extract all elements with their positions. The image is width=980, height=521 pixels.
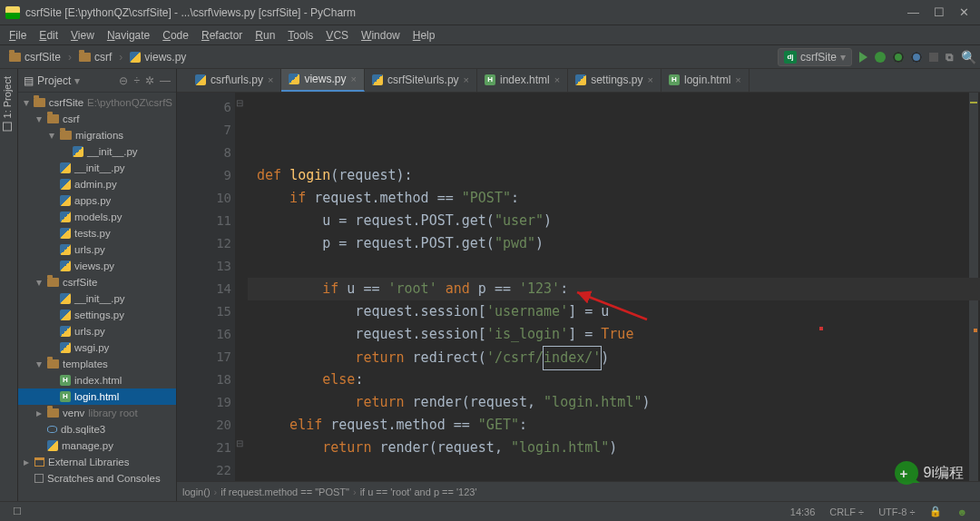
tree-node-venv[interactable]: ▸venv library root (18, 405, 176, 421)
folder-icon (60, 131, 72, 140)
tree-arrow-icon[interactable]: ▾ (34, 356, 44, 372)
tree-node-urls-py[interactable]: urls.py (18, 323, 176, 339)
tree-label: migrations (75, 127, 123, 143)
tree-node-__init__-py[interactable]: __init__.py (18, 160, 176, 176)
tree-node-__init__-py[interactable]: __init__.py (18, 290, 176, 307)
tree-arrow-icon[interactable]: ▾ (47, 127, 56, 143)
tree-node-Scratches-and-Consoles[interactable]: Scratches and Consoles (18, 470, 176, 487)
menu-view[interactable]: View (65, 27, 100, 44)
collapse-all-icon[interactable]: ⊖ (119, 74, 128, 87)
breadcrumb-1[interactable]: csrf (74, 49, 117, 65)
editor-tab-index-html[interactable]: index.html× (477, 69, 568, 92)
breadcrumb-2[interactable]: views.py (124, 49, 191, 65)
fold-column[interactable]: ⊟⊟ (235, 93, 248, 481)
code-editor[interactable]: 678910111213H1415161718H1920212223 ⊟⊟ de… (177, 93, 980, 481)
hide-panel-icon[interactable]: — (160, 74, 171, 87)
tree-node-settings-py[interactable]: settings.py (18, 307, 176, 323)
tree-node-admin-py[interactable]: admin.py (18, 176, 176, 192)
stop-button[interactable] (929, 53, 938, 62)
editor-crumb-2[interactable]: if u == 'root' and p == '123' (360, 487, 477, 497)
tree-node-urls-py[interactable]: urls.py (18, 241, 176, 258)
project-tool-label[interactable]: 1: Project (2, 76, 13, 118)
breadcrumb-0[interactable]: csrfSite (4, 49, 66, 65)
tree-node-login-html[interactable]: login.html (18, 388, 176, 405)
status-readonly-lock-icon[interactable]: 🔒 (922, 506, 949, 517)
menu-run[interactable]: Run (250, 27, 280, 44)
tab-close-icon[interactable]: × (648, 74, 653, 85)
tree-arrow-icon[interactable]: ▾ (22, 94, 30, 111)
menu-edit[interactable]: Edit (34, 27, 64, 44)
menu-window[interactable]: Window (356, 27, 406, 44)
minimize-button[interactable]: — (907, 5, 919, 19)
tree-node-db-sqlite3[interactable]: db.sqlite3 (18, 421, 176, 437)
menu-bar[interactable]: FileEditViewNavigateCodeRefactorRunTools… (0, 25, 980, 45)
tree-arrow-icon[interactable]: ▸ (34, 405, 44, 421)
tree-node-views-py[interactable]: views.py (18, 258, 176, 274)
status-left-icon[interactable]: ☐ (5, 506, 29, 517)
tree-arrow-icon[interactable]: ▸ (22, 454, 31, 470)
tab-close-icon[interactable]: × (554, 74, 560, 85)
status-caret-pos[interactable]: 14:36 (783, 506, 823, 517)
status-encoding[interactable]: UTF-8 ÷ (871, 506, 922, 517)
menu-refactor[interactable]: Refactor (196, 27, 248, 44)
tree-arrow-icon[interactable]: ▾ (34, 111, 44, 127)
menu-tools[interactable]: Tools (282, 27, 318, 44)
left-tool-strip[interactable]: 1: Project (0, 69, 18, 501)
tree-arrow-icon[interactable]: ▾ (34, 274, 44, 290)
menu-help[interactable]: Help (407, 27, 441, 44)
tree-node-apps-py[interactable]: apps.py (18, 192, 176, 209)
run-config-selector[interactable]: dj csrfSite ▾ (778, 48, 852, 66)
editor-tab-views-py[interactable]: views.py× (281, 69, 364, 92)
tree-node-csrfSite[interactable]: ▾csrfSite E:\pythonQZ\csrfS (18, 94, 176, 111)
tree-node-External-Libraries[interactable]: ▸External Libraries (18, 454, 176, 470)
project-view-title[interactable]: Project (37, 74, 71, 87)
status-line-sep[interactable]: CRLF ÷ (822, 506, 871, 517)
tab-close-icon[interactable]: × (350, 74, 356, 84)
divide-icon[interactable]: ÷ (133, 74, 140, 87)
run-coverage-button[interactable] (893, 52, 904, 63)
code-content[interactable]: def login(request): if request.method ==… (248, 93, 980, 481)
editor-tab-settings-py[interactable]: settings.py× (568, 69, 662, 92)
project-tree[interactable]: ▾csrfSite E:\pythonQZ\csrfS▾csrf▾migrati… (18, 93, 176, 501)
structure-icon[interactable]: ⧉ (946, 51, 954, 64)
tree-node-wsgi-py[interactable]: wsgi.py (18, 339, 176, 356)
status-inspections-icon[interactable]: ☻ (949, 506, 975, 517)
tab-close-icon[interactable]: × (268, 74, 273, 85)
menu-file[interactable]: File (4, 27, 32, 44)
tree-node-csrf[interactable]: ▾csrf (18, 111, 176, 127)
editor-tab-login-html[interactable]: login.html× (662, 69, 750, 92)
profile-button[interactable] (911, 52, 922, 63)
tree-label: __init__.py (87, 143, 138, 160)
gear-icon[interactable]: ✲ (145, 74, 154, 87)
tree-label: index.html (74, 372, 122, 388)
line-number-gutter[interactable]: 678910111213H1415161718H1920212223 (177, 93, 235, 481)
tab-close-icon[interactable]: × (735, 74, 740, 85)
tree-node-index-html[interactable]: index.html (18, 372, 176, 388)
editor-tab-bar[interactable]: csrf\urls.py×views.py×csrfSite\urls.py×i… (177, 69, 980, 93)
editor-breadcrumbs[interactable]: login() › if request.method == "POST" › … (177, 481, 980, 501)
chevron-down-icon[interactable]: ▾ (74, 74, 80, 87)
search-everywhere-icon[interactable]: 🔍 (961, 50, 976, 64)
editor-crumb-0[interactable]: login() (182, 487, 211, 497)
debug-button[interactable] (875, 52, 886, 63)
django-icon: dj (784, 51, 797, 64)
project-tool-icon (3, 122, 12, 131)
tree-node-tests-py[interactable]: tests.py (18, 225, 176, 241)
tree-node-manage-py[interactable]: manage.py (18, 437, 176, 454)
menu-navigate[interactable]: Navigate (102, 27, 155, 44)
maximize-button[interactable]: ☐ (934, 5, 945, 19)
editor-tab-csrfSite-urls-py[interactable]: csrfSite\urls.py× (365, 69, 477, 92)
editor-crumb-1[interactable]: if request.method == "POST" (220, 487, 349, 497)
menu-vcs[interactable]: VCS (320, 27, 354, 44)
tree-node-models-py[interactable]: models.py (18, 209, 176, 225)
tab-close-icon[interactable]: × (464, 74, 469, 85)
py-icon (60, 179, 71, 190)
tree-node-templates[interactable]: ▾templates (18, 356, 176, 372)
run-button[interactable] (859, 52, 867, 63)
tree-node-migrations[interactable]: ▾migrations (18, 127, 176, 143)
editor-tab-csrf-urls-py[interactable]: csrf\urls.py× (188, 69, 281, 92)
tree-node-csrfSite[interactable]: ▾csrfSite (18, 274, 176, 290)
close-button[interactable]: ✕ (959, 5, 969, 19)
menu-code[interactable]: Code (157, 27, 194, 44)
tree-node-__init__-py[interactable]: __init__.py (18, 143, 176, 160)
